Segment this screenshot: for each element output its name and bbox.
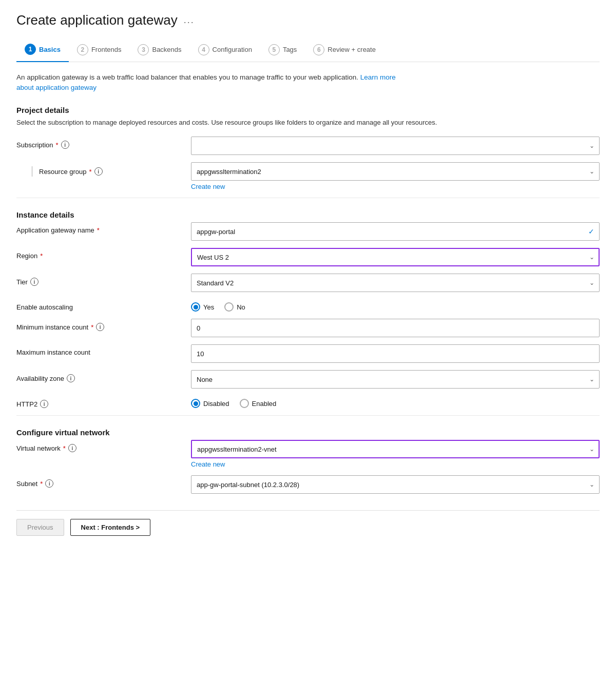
http2-disabled-radio[interactable] [191,399,200,408]
autoscaling-radio-group: Yes No [191,299,600,312]
region-row: Region * West US 2 ⌄ [16,248,600,266]
bottom-bar: Previous Next : Frontends > [16,510,600,536]
subnet-label: Subnet * i [16,475,191,488]
gateway-name-control: appgw-portal ✓ [191,222,600,241]
http2-label: HTTP2 i [16,396,191,408]
autoscaling-row: Enable autoscaling Yes No [16,299,600,312]
min-count-info-icon[interactable]: i [96,323,104,331]
about-link[interactable]: about application gateway [16,84,97,91]
learn-more-link[interactable]: Learn more [360,73,396,81]
min-count-row: Minimum instance count * i [16,319,600,337]
tab-configuration[interactable]: 4 Configuration [190,39,260,62]
tab-review-create[interactable]: 6 Review + create [305,39,384,62]
subscription-row: Subscription * i ⌄ [16,137,600,155]
resource-group-required: * [89,168,92,176]
subnet-select[interactable]: app-gw-portal-subnet (10.2.3.0/28) [191,475,600,494]
autoscaling-no-radio[interactable] [224,302,234,312]
region-label: Region * [16,248,191,260]
http2-disabled-option[interactable]: Disabled [191,399,229,408]
instance-details-title: Instance details [16,210,600,219]
tier-info-icon[interactable]: i [30,278,38,286]
http2-enabled-option[interactable]: Enabled [240,399,277,408]
page-title: Create application gateway [16,12,178,28]
autoscaling-no-label: No [237,303,245,311]
gateway-name-select-wrapper: appgw-portal ✓ [191,222,600,241]
tab-tags[interactable]: 5 Tags [260,39,305,62]
availability-control: None ⌄ [191,370,600,389]
previous-button[interactable]: Previous [16,519,64,536]
subnet-info-icon[interactable]: i [45,479,53,488]
autoscaling-no-option[interactable]: No [224,302,245,312]
tier-control: Standard V2 ⌄ [191,274,600,292]
project-details-title: Project details [16,106,600,114]
tab-basics-step: 1 [25,44,36,55]
region-required: * [40,252,43,260]
http2-radio-group: Disabled Enabled [191,396,600,408]
vnet-create-new-link[interactable]: Create new [191,460,225,468]
subscription-label: Subscription * i [16,137,191,149]
max-count-input[interactable] [191,344,600,363]
tab-backends-step: 3 [138,44,149,55]
availability-select-wrapper: None ⌄ [191,370,600,389]
vnet-required: * [63,444,66,452]
vnet-info-icon[interactable]: i [68,444,76,452]
section-divider-2 [16,415,600,416]
resource-group-label-container: Resource group * i [16,162,191,177]
resource-group-select-wrapper: appgwssltermination2 ⌄ [191,162,600,181]
autoscaling-yes-radio[interactable] [191,302,200,312]
vnet-row: Virtual network * i appgwssltermination2… [16,440,600,468]
http2-info-icon[interactable]: i [40,400,48,408]
subnet-row: Subnet * i app-gw-portal-subnet (10.2.3.… [16,475,600,494]
min-count-label: Minimum instance count * i [16,319,191,331]
region-control: West US 2 ⌄ [191,248,600,266]
subscription-select[interactable] [191,137,600,155]
tab-tags-label: Tags [283,46,297,53]
vnet-title: Configure virtual network [16,428,600,437]
tier-select[interactable]: Standard V2 [191,274,600,292]
availability-row: Availability zone i None ⌄ [16,370,600,389]
resource-group-info-icon[interactable]: i [94,167,103,176]
min-count-required: * [91,323,93,331]
autoscaling-control: Yes No [191,299,600,312]
resource-group-row: Resource group * i appgwssltermination2 … [16,162,600,190]
tier-label: Tier i [16,274,191,286]
tab-backends[interactable]: 3 Backends [129,39,189,62]
tab-basics-label: Basics [39,46,61,53]
tab-configuration-step: 4 [198,44,209,55]
http2-enabled-radio[interactable] [240,399,249,408]
page-title-container: Create application gateway ... [16,12,600,28]
tab-frontends[interactable]: 2 Frontends [69,39,130,62]
tier-select-wrapper: Standard V2 ⌄ [191,274,600,292]
http2-enabled-label: Enabled [252,400,277,408]
availability-info-icon[interactable]: i [67,374,75,382]
tab-backends-label: Backends [152,46,181,53]
availability-select[interactable]: None [191,370,600,389]
tab-review-label: Review + create [328,46,376,53]
region-select[interactable]: West US 2 [191,248,600,266]
gateway-name-row: Application gateway name * appgw-portal … [16,222,600,241]
tab-basics[interactable]: 1 Basics [16,38,69,62]
max-count-row: Maximum instance count [16,344,600,363]
autoscaling-yes-option[interactable]: Yes [191,302,214,312]
subscription-select-wrapper: ⌄ [191,137,600,155]
wizard-tabs: 1 Basics 2 Frontends 3 Backends 4 Config… [16,38,600,62]
section-divider-1 [16,198,600,198]
subnet-select-wrapper: app-gw-portal-subnet (10.2.3.0/28) ⌄ [191,475,600,494]
resource-group-create-new-link[interactable]: Create new [191,183,225,190]
vnet-label: Virtual network * i [16,440,191,452]
tab-review-step: 6 [313,44,324,55]
region-select-wrapper: West US 2 ⌄ [191,248,600,266]
gateway-name-select[interactable]: appgw-portal [191,222,600,241]
title-ellipsis: ... [184,15,195,26]
subnet-required: * [40,480,43,488]
next-button[interactable]: Next : Frontends > [70,519,151,536]
vnet-control: appgwssltermination2-vnet ⌄ Create new [191,440,600,468]
project-details-desc: Select the subscription to manage deploy… [16,118,600,128]
resource-group-select[interactable]: appgwssltermination2 [191,162,600,181]
autoscaling-yes-label: Yes [203,303,214,311]
http2-disabled-label: Disabled [203,400,229,408]
min-count-input[interactable] [191,319,600,337]
subscription-info-icon[interactable]: i [61,141,69,149]
max-count-label: Maximum instance count [16,344,191,356]
vnet-select[interactable]: appgwssltermination2-vnet [191,440,600,458]
